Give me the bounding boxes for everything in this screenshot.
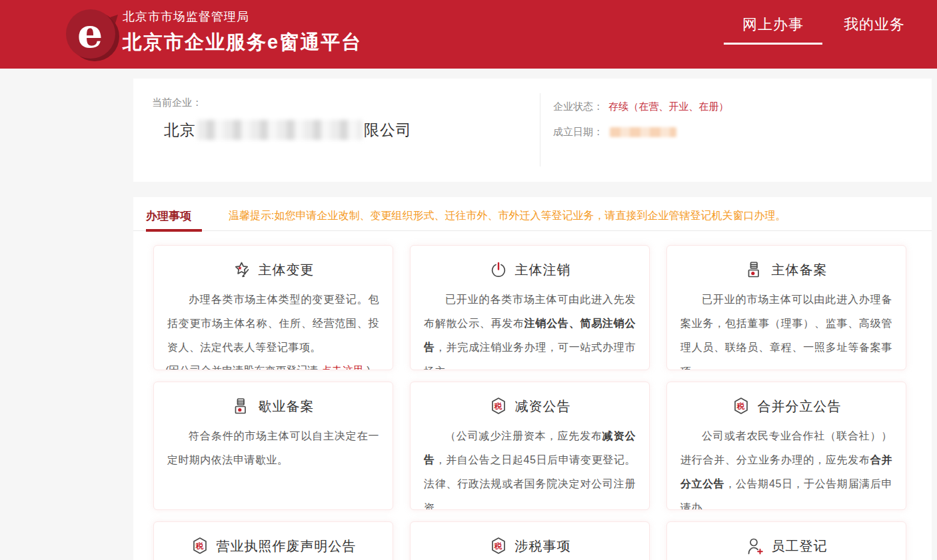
card-title-row: 税 涉税事项 (411, 537, 649, 555)
company-name-suffix: 限公司 (364, 121, 412, 139)
nav-my-business[interactable]: 我的业务 (844, 0, 905, 45)
e-window-logo-icon: e (63, 5, 121, 63)
seal-icon (746, 260, 764, 279)
card-employee-registration[interactable]: 员工登记 (666, 521, 906, 560)
top-nav: 网上办事 我的业务 (724, 0, 905, 69)
card-description: 符合条件的市场主体可以自主决定在一定时期内依法申请歇业。 (167, 424, 379, 472)
power-icon (489, 260, 508, 279)
status-value: 存续（在营、开业、在册） (608, 101, 728, 112)
svg-text:税: 税 (493, 402, 502, 411)
card-title: 合并分立公告 (758, 398, 842, 416)
brand-block: 北京市市场监督管理局 北京市企业服务e窗通平台 (123, 9, 362, 56)
svg-text:税: 税 (736, 402, 745, 411)
enterprise-status-row: 企业状态： 存续（在营、开业、在册） (553, 101, 728, 113)
card-description: 办理各类市场主体类型的变更登记。包括变更市场主体名称、住所、经营范围、投资人、法… (167, 288, 379, 360)
star-pencil-icon (233, 260, 251, 279)
card-description: 已开业的各类市场主体可由此进入先发布解散公示、再发布注销公告、简易注销公告，并完… (424, 288, 636, 370)
card-merger-division-announcement[interactable]: 税 合并分立公告 公司或者农民专业合作社（联合社））进行合并、分立业务办理的，应… (666, 382, 906, 510)
tax-hexagon-icon: 税 (732, 397, 750, 416)
card-title-row: 主体备案 (667, 260, 906, 279)
card-title-row: 主体注销 (411, 260, 649, 279)
platform-title: 北京市企业服务e窗通平台 (123, 29, 362, 56)
tax-hexagon-icon: 税 (489, 397, 508, 416)
card-title: 主体备案 (772, 261, 828, 279)
svg-text:税: 税 (493, 541, 502, 551)
work-panel: 办理事项 温馨提示:如您申请企业改制、变更组织形式、迁往市外、市外迁入等登记业务… (133, 197, 932, 560)
redacted-company-name (197, 120, 363, 140)
card-license-invalidation-announcement[interactable]: 税 营业执照作废声明公告 (153, 521, 393, 560)
card-title-row: 员工登记 (667, 537, 906, 555)
tax-hexagon-icon: 税 (489, 537, 508, 555)
card-title: 涉税事项 (515, 537, 571, 555)
svg-text:e: e (77, 10, 103, 57)
click-here-link[interactable]: 点击这里 (321, 365, 364, 370)
established-date-row: 成立日期： (553, 126, 676, 139)
nav-online-services[interactable]: 网上办事 (724, 0, 822, 45)
card-title: 营业执照作废声明公告 (217, 537, 357, 555)
svg-text:税: 税 (195, 541, 204, 551)
card-capital-reduction-announcement[interactable]: 税 减资公告 （公司减少注册资本，应先发布减资公告，并自公告之日起45日后申请变… (410, 382, 650, 510)
card-title-row: 税 合并分立公告 (667, 397, 906, 416)
card-note: (因公司合并申请股东变更登记请 点击这里 ) (165, 361, 383, 370)
card-title: 员工登记 (772, 537, 828, 555)
company-name-prefix: 北京 (164, 121, 196, 139)
card-title-row: 歇业备案 (154, 397, 393, 416)
card-subject-change[interactable]: 主体变更 办理各类市场主体类型的变更登记。包括变更市场主体名称、住所、经营范围、… (153, 245, 393, 370)
established-label: 成立日期： (553, 126, 603, 137)
notice-text: 温馨提示:如您申请企业改制、变更组织形式、迁往市外、市外迁入等登记业务，请直接到… (229, 209, 786, 223)
redacted-established-date (610, 127, 676, 137)
current-enterprise-label: 当前企业： (152, 97, 202, 109)
person-plus-icon (746, 537, 764, 555)
card-title: 减资公告 (515, 398, 571, 416)
app-header: e 北京市市场监督管理局 北京市企业服务e窗通平台 网上办事 我的业务 (0, 0, 937, 69)
card-title: 主体变更 (259, 261, 315, 279)
vertical-divider (540, 93, 540, 166)
seal-icon (233, 397, 251, 416)
card-description: 公司或者农民专业合作社（联合社））进行合并、分立业务办理的，应先发布合并分立公告… (680, 424, 892, 510)
tab-active-underline (146, 229, 202, 232)
card-title: 主体注销 (515, 261, 571, 279)
card-title-row: 主体变更 (154, 260, 393, 279)
card-title-row: 税 营业执照作废声明公告 (154, 537, 393, 555)
tax-hexagon-icon: 税 (191, 537, 209, 555)
status-label: 企业状态： (553, 101, 603, 112)
tab-bar: 办理事项 温馨提示:如您申请企业改制、变更组织形式、迁往市外、市外迁入等登记业务… (133, 197, 932, 231)
card-title: 歇业备案 (259, 398, 315, 416)
card-description: 已开业的市场主体可以由此进入办理备案业务，包括董事（理事）、监事、高级管理人员、… (680, 288, 892, 370)
org-name: 北京市市场监督管理局 (123, 9, 362, 25)
service-card-grid: 主体变更 办理各类市场主体类型的变更登记。包括变更市场主体名称、住所、经营范围、… (153, 245, 906, 560)
card-business-suspension-filing[interactable]: 歇业备案 符合条件的市场主体可以自主决定在一定时期内依法申请歇业。 (153, 382, 393, 510)
card-subject-filing[interactable]: 主体备案 已开业的市场主体可以由此进入办理备案业务，包括董事（理事）、监事、高级… (666, 245, 906, 370)
card-description: （公司减少注册资本，应先发布减资公告，并自公告之日起45日后申请变更登记。法律、… (424, 424, 636, 510)
card-tax-matters[interactable]: 税 涉税事项 (410, 521, 650, 560)
card-subject-cancellation[interactable]: 主体注销 已开业的各类市场主体可由此进入先发布解散公示、再发布注销公告、简易注销… (410, 245, 650, 370)
enterprise-panel: 当前企业： 北京限公司 企业状态： 存续（在营、开业、在册） 成立日期： (133, 79, 932, 182)
card-title-row: 税 减资公告 (411, 397, 649, 416)
company-name: 北京限公司 (164, 120, 412, 140)
tab-handle-matters[interactable]: 办理事项 (146, 208, 191, 224)
